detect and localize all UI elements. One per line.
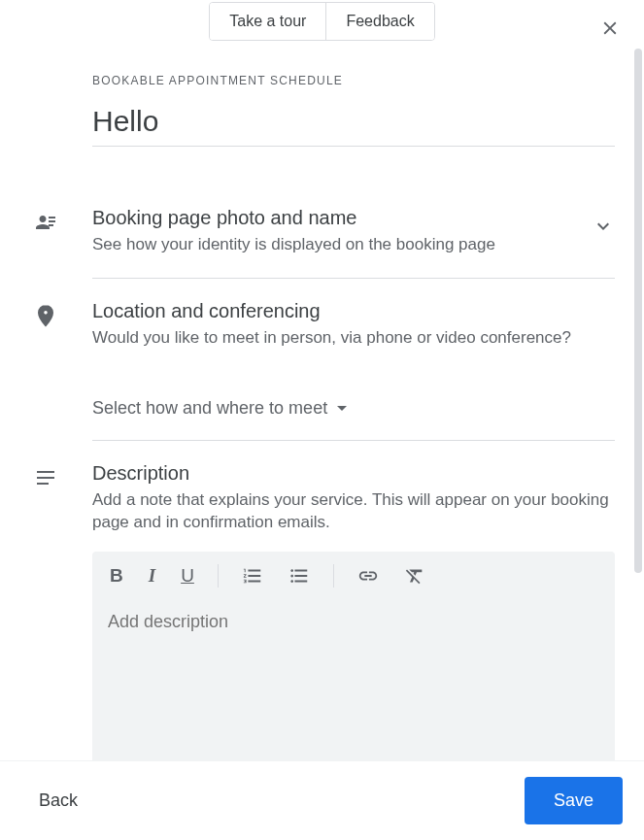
toolbar-separator bbox=[333, 564, 334, 588]
save-button[interactable]: Save bbox=[525, 777, 623, 824]
booking-page-title: Booking page photo and name bbox=[92, 207, 615, 229]
italic-icon: I bbox=[149, 565, 155, 587]
svg-rect-2 bbox=[49, 224, 53, 226]
booking-page-subtitle: See how your identity is displayed on th… bbox=[92, 233, 615, 256]
header-button-group: Take a tour Feedback bbox=[209, 2, 434, 41]
underline-button[interactable]: U bbox=[179, 563, 196, 588]
bulleted-list-button[interactable] bbox=[287, 563, 312, 588]
overline-label: BOOKABLE APPOINTMENT SCHEDULE bbox=[92, 74, 615, 87]
close-icon[interactable] bbox=[599, 17, 621, 43]
meet-select-trigger[interactable]: Select how and where to meet bbox=[92, 398, 615, 419]
location-subtitle: Would you like to meet in person, via ph… bbox=[92, 326, 615, 350]
location-title: Location and conferencing bbox=[92, 300, 615, 322]
svg-rect-1 bbox=[49, 220, 55, 222]
chevron-down-icon[interactable] bbox=[592, 215, 615, 242]
toolbar-separator bbox=[218, 564, 219, 588]
take-a-tour-button[interactable]: Take a tour bbox=[210, 3, 326, 40]
description-section: Description Add a note that explains you… bbox=[92, 441, 615, 797]
svg-rect-3 bbox=[37, 471, 54, 473]
booking-page-section[interactable]: Booking page photo and name See how your… bbox=[92, 185, 615, 279]
numbered-list-icon bbox=[242, 565, 263, 587]
meet-select-label: Select how and where to meet bbox=[92, 398, 327, 419]
svg-rect-0 bbox=[49, 217, 55, 218]
description-textarea[interactable] bbox=[108, 612, 599, 757]
header-buttons: Take a tour Feedback bbox=[0, 0, 644, 41]
bulleted-list-icon bbox=[288, 565, 310, 587]
location-section: Location and conferencing Would you like… bbox=[92, 279, 615, 441]
back-button[interactable]: Back bbox=[39, 790, 78, 811]
footer: Back Save bbox=[0, 760, 644, 840]
underline-icon: U bbox=[181, 565, 194, 587]
italic-button[interactable]: I bbox=[147, 563, 157, 588]
caret-down-icon bbox=[337, 406, 347, 411]
numbered-list-button[interactable] bbox=[240, 563, 265, 588]
description-title: Description bbox=[92, 462, 615, 485]
location-pin-icon bbox=[34, 304, 57, 331]
editor-body[interactable] bbox=[92, 600, 615, 775]
person-list-icon bbox=[34, 211, 57, 238]
bold-icon: B bbox=[110, 565, 123, 587]
scrollbar[interactable] bbox=[634, 49, 642, 573]
link-icon bbox=[357, 565, 379, 587]
svg-rect-5 bbox=[37, 483, 49, 485]
notes-icon bbox=[34, 466, 57, 493]
bold-button[interactable]: B bbox=[108, 563, 125, 588]
clear-formatting-button[interactable] bbox=[402, 563, 427, 588]
insert-link-button[interactable] bbox=[356, 563, 381, 588]
clear-format-icon bbox=[404, 565, 425, 587]
schedule-title-input[interactable] bbox=[92, 87, 615, 147]
feedback-button[interactable]: Feedback bbox=[326, 3, 433, 40]
description-subtitle: Add a note that explains your service. T… bbox=[92, 488, 615, 535]
svg-rect-4 bbox=[37, 477, 54, 479]
editor-toolbar: B I U bbox=[92, 552, 615, 600]
